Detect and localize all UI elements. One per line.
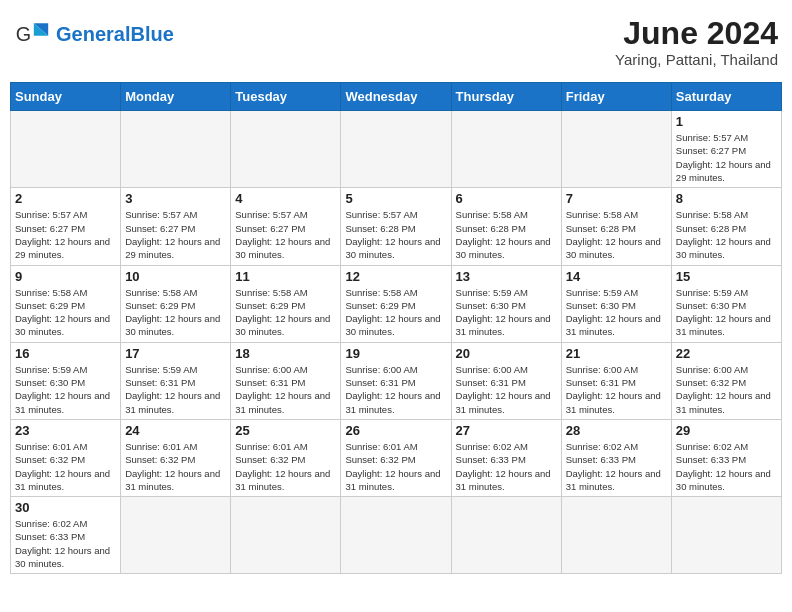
header: G GeneralBlue June 2024 Yaring, Pattani,… bbox=[10, 10, 782, 74]
day-number: 26 bbox=[345, 423, 446, 438]
day-number: 12 bbox=[345, 269, 446, 284]
day-number: 5 bbox=[345, 191, 446, 206]
day-number: 11 bbox=[235, 269, 336, 284]
week-row-2: 2Sunrise: 5:57 AM Sunset: 6:27 PM Daylig… bbox=[11, 188, 782, 265]
calendar-cell: 10Sunrise: 5:58 AM Sunset: 6:29 PM Dayli… bbox=[121, 265, 231, 342]
calendar-cell bbox=[341, 497, 451, 574]
day-info: Sunrise: 5:58 AM Sunset: 6:28 PM Dayligh… bbox=[456, 208, 557, 261]
day-number: 21 bbox=[566, 346, 667, 361]
calendar-cell: 20Sunrise: 6:00 AM Sunset: 6:31 PM Dayli… bbox=[451, 342, 561, 419]
day-number: 10 bbox=[125, 269, 226, 284]
calendar-header-row: SundayMondayTuesdayWednesdayThursdayFrid… bbox=[11, 83, 782, 111]
calendar-cell bbox=[451, 111, 561, 188]
day-info: Sunrise: 6:01 AM Sunset: 6:32 PM Dayligh… bbox=[235, 440, 336, 493]
day-number: 25 bbox=[235, 423, 336, 438]
column-header-saturday: Saturday bbox=[671, 83, 781, 111]
calendar-cell: 5Sunrise: 5:57 AM Sunset: 6:28 PM Daylig… bbox=[341, 188, 451, 265]
day-number: 29 bbox=[676, 423, 777, 438]
week-row-1: 1Sunrise: 5:57 AM Sunset: 6:27 PM Daylig… bbox=[11, 111, 782, 188]
day-info: Sunrise: 5:59 AM Sunset: 6:30 PM Dayligh… bbox=[456, 286, 557, 339]
calendar-cell bbox=[231, 111, 341, 188]
calendar-cell: 6Sunrise: 5:58 AM Sunset: 6:28 PM Daylig… bbox=[451, 188, 561, 265]
calendar-cell bbox=[561, 497, 671, 574]
calendar-cell: 16Sunrise: 5:59 AM Sunset: 6:30 PM Dayli… bbox=[11, 342, 121, 419]
calendar-cell: 25Sunrise: 6:01 AM Sunset: 6:32 PM Dayli… bbox=[231, 419, 341, 496]
calendar-cell bbox=[11, 111, 121, 188]
day-info: Sunrise: 5:58 AM Sunset: 6:28 PM Dayligh… bbox=[676, 208, 777, 261]
calendar-cell: 8Sunrise: 5:58 AM Sunset: 6:28 PM Daylig… bbox=[671, 188, 781, 265]
day-number: 8 bbox=[676, 191, 777, 206]
day-info: Sunrise: 6:01 AM Sunset: 6:32 PM Dayligh… bbox=[345, 440, 446, 493]
calendar-cell: 30Sunrise: 6:02 AM Sunset: 6:33 PM Dayli… bbox=[11, 497, 121, 574]
calendar-cell: 3Sunrise: 5:57 AM Sunset: 6:27 PM Daylig… bbox=[121, 188, 231, 265]
day-info: Sunrise: 5:58 AM Sunset: 6:29 PM Dayligh… bbox=[345, 286, 446, 339]
title-area: June 2024 Yaring, Pattani, Thailand bbox=[615, 16, 778, 68]
calendar-cell: 14Sunrise: 5:59 AM Sunset: 6:30 PM Dayli… bbox=[561, 265, 671, 342]
calendar-cell bbox=[121, 111, 231, 188]
column-header-friday: Friday bbox=[561, 83, 671, 111]
logo-text: GeneralBlue bbox=[56, 23, 174, 46]
logo: G GeneralBlue bbox=[14, 16, 174, 52]
calendar-cell bbox=[341, 111, 451, 188]
day-info: Sunrise: 5:57 AM Sunset: 6:27 PM Dayligh… bbox=[125, 208, 226, 261]
day-number: 9 bbox=[15, 269, 116, 284]
calendar-cell: 24Sunrise: 6:01 AM Sunset: 6:32 PM Dayli… bbox=[121, 419, 231, 496]
calendar-cell: 19Sunrise: 6:00 AM Sunset: 6:31 PM Dayli… bbox=[341, 342, 451, 419]
day-number: 18 bbox=[235, 346, 336, 361]
calendar-cell: 12Sunrise: 5:58 AM Sunset: 6:29 PM Dayli… bbox=[341, 265, 451, 342]
day-number: 4 bbox=[235, 191, 336, 206]
day-info: Sunrise: 5:59 AM Sunset: 6:31 PM Dayligh… bbox=[125, 363, 226, 416]
calendar-cell: 22Sunrise: 6:00 AM Sunset: 6:32 PM Dayli… bbox=[671, 342, 781, 419]
svg-text:G: G bbox=[16, 23, 31, 45]
day-number: 13 bbox=[456, 269, 557, 284]
day-info: Sunrise: 6:00 AM Sunset: 6:31 PM Dayligh… bbox=[345, 363, 446, 416]
calendar-cell: 26Sunrise: 6:01 AM Sunset: 6:32 PM Dayli… bbox=[341, 419, 451, 496]
calendar-cell: 23Sunrise: 6:01 AM Sunset: 6:32 PM Dayli… bbox=[11, 419, 121, 496]
calendar-cell: 15Sunrise: 5:59 AM Sunset: 6:30 PM Dayli… bbox=[671, 265, 781, 342]
day-info: Sunrise: 6:00 AM Sunset: 6:31 PM Dayligh… bbox=[235, 363, 336, 416]
week-row-4: 16Sunrise: 5:59 AM Sunset: 6:30 PM Dayli… bbox=[11, 342, 782, 419]
calendar-cell: 2Sunrise: 5:57 AM Sunset: 6:27 PM Daylig… bbox=[11, 188, 121, 265]
calendar-cell bbox=[451, 497, 561, 574]
calendar-cell: 4Sunrise: 5:57 AM Sunset: 6:27 PM Daylig… bbox=[231, 188, 341, 265]
day-number: 30 bbox=[15, 500, 116, 515]
calendar-cell bbox=[121, 497, 231, 574]
calendar-cell: 18Sunrise: 6:00 AM Sunset: 6:31 PM Dayli… bbox=[231, 342, 341, 419]
calendar-cell: 29Sunrise: 6:02 AM Sunset: 6:33 PM Dayli… bbox=[671, 419, 781, 496]
day-number: 28 bbox=[566, 423, 667, 438]
day-number: 24 bbox=[125, 423, 226, 438]
day-info: Sunrise: 5:58 AM Sunset: 6:29 PM Dayligh… bbox=[15, 286, 116, 339]
column-header-wednesday: Wednesday bbox=[341, 83, 451, 111]
day-number: 20 bbox=[456, 346, 557, 361]
day-info: Sunrise: 6:00 AM Sunset: 6:31 PM Dayligh… bbox=[566, 363, 667, 416]
calendar-cell: 7Sunrise: 5:58 AM Sunset: 6:28 PM Daylig… bbox=[561, 188, 671, 265]
calendar-cell: 27Sunrise: 6:02 AM Sunset: 6:33 PM Dayli… bbox=[451, 419, 561, 496]
column-header-thursday: Thursday bbox=[451, 83, 561, 111]
calendar-cell: 21Sunrise: 6:00 AM Sunset: 6:31 PM Dayli… bbox=[561, 342, 671, 419]
calendar-cell bbox=[231, 497, 341, 574]
day-info: Sunrise: 6:02 AM Sunset: 6:33 PM Dayligh… bbox=[566, 440, 667, 493]
day-info: Sunrise: 5:57 AM Sunset: 6:27 PM Dayligh… bbox=[235, 208, 336, 261]
day-info: Sunrise: 5:58 AM Sunset: 6:29 PM Dayligh… bbox=[125, 286, 226, 339]
calendar-cell: 28Sunrise: 6:02 AM Sunset: 6:33 PM Dayli… bbox=[561, 419, 671, 496]
day-number: 17 bbox=[125, 346, 226, 361]
calendar-cell: 9Sunrise: 5:58 AM Sunset: 6:29 PM Daylig… bbox=[11, 265, 121, 342]
column-header-monday: Monday bbox=[121, 83, 231, 111]
day-number: 27 bbox=[456, 423, 557, 438]
day-number: 19 bbox=[345, 346, 446, 361]
day-info: Sunrise: 5:58 AM Sunset: 6:28 PM Dayligh… bbox=[566, 208, 667, 261]
calendar-cell bbox=[561, 111, 671, 188]
day-info: Sunrise: 5:59 AM Sunset: 6:30 PM Dayligh… bbox=[15, 363, 116, 416]
day-info: Sunrise: 6:00 AM Sunset: 6:32 PM Dayligh… bbox=[676, 363, 777, 416]
day-info: Sunrise: 6:02 AM Sunset: 6:33 PM Dayligh… bbox=[15, 517, 116, 570]
day-info: Sunrise: 5:59 AM Sunset: 6:30 PM Dayligh… bbox=[566, 286, 667, 339]
day-info: Sunrise: 5:58 AM Sunset: 6:29 PM Dayligh… bbox=[235, 286, 336, 339]
day-info: Sunrise: 6:01 AM Sunset: 6:32 PM Dayligh… bbox=[125, 440, 226, 493]
day-number: 7 bbox=[566, 191, 667, 206]
day-info: Sunrise: 5:57 AM Sunset: 6:27 PM Dayligh… bbox=[676, 131, 777, 184]
column-header-tuesday: Tuesday bbox=[231, 83, 341, 111]
day-number: 23 bbox=[15, 423, 116, 438]
calendar-cell: 17Sunrise: 5:59 AM Sunset: 6:31 PM Dayli… bbox=[121, 342, 231, 419]
calendar-table: SundayMondayTuesdayWednesdayThursdayFrid… bbox=[10, 82, 782, 574]
week-row-6: 30Sunrise: 6:02 AM Sunset: 6:33 PM Dayli… bbox=[11, 497, 782, 574]
